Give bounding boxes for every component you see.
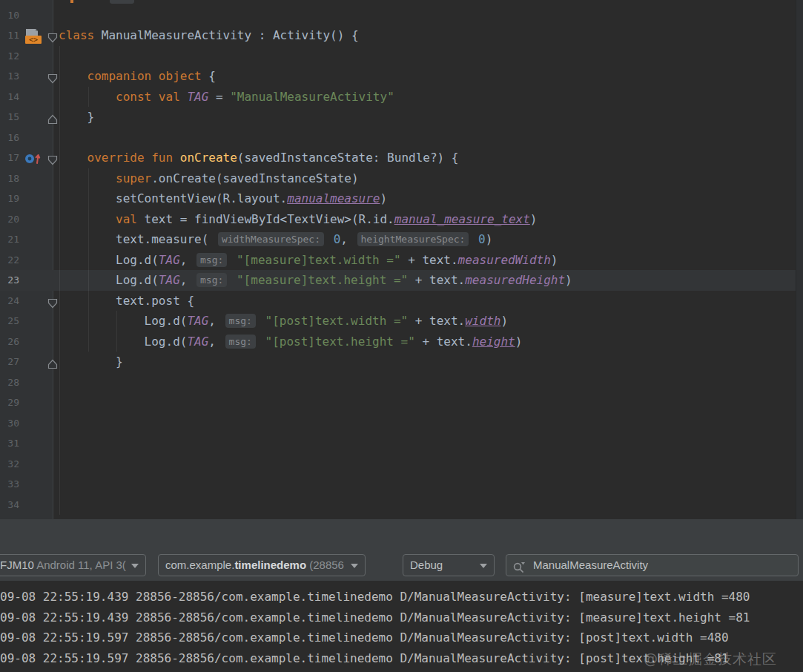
code-line[interactable]: 32 (0, 454, 803, 475)
fold-toggle-icon[interactable] (47, 152, 59, 164)
code-line[interactable]: 24 text.post { (0, 291, 803, 312)
line-number: 29 (0, 392, 19, 413)
code-text: setContentView(R.layout.manualmeasure) (59, 188, 387, 209)
code-line[interactable]: 29 (0, 392, 803, 413)
code-line[interactable]: 10 (0, 5, 803, 26)
code-text: super.onCreate(savedInstanceState) (59, 168, 359, 189)
device-detail: Android 11, API 3( (34, 559, 126, 571)
line-number: 19 (0, 188, 19, 209)
chevron-down-icon (480, 564, 487, 568)
code-line[interactable]: 25 Log.d(TAG, msg: "[post]text.width =" … (0, 311, 803, 332)
code-line[interactable]: 11<>class ManualMeasureActivity : Activi… (0, 25, 803, 46)
clipped-inlay-hint-fragment (110, 0, 134, 4)
line-number: 30 (0, 413, 19, 434)
line-number: 31 (0, 433, 19, 454)
code-text: } (59, 107, 94, 128)
fold-toggle-icon[interactable] (47, 295, 59, 307)
code-line[interactable]: 18 super.onCreate(savedInstanceState) (0, 168, 803, 189)
code-line[interactable]: 31 (0, 433, 803, 454)
process-selector-dropdown[interactable]: com.example.timelinedemo (28856 (158, 554, 366, 576)
code-text: Log.d(TAG, msg: "[post]text.width =" + t… (59, 311, 508, 332)
line-number: 34 (0, 495, 19, 515)
line-number: 28 (0, 372, 19, 393)
line-number: 26 (0, 332, 19, 352)
code-line[interactable]: 26 Log.d(TAG, msg: "[post]text.height ="… (0, 332, 803, 352)
code-line[interactable]: 22 Log.d(TAG, msg: "[measure]text.width … (0, 250, 803, 271)
line-number: 21 (0, 229, 19, 250)
code-text: class ManualMeasureActivity : Activity()… (59, 25, 359, 46)
log-level-value: Debug (410, 559, 443, 571)
code-text: text.post { (59, 291, 194, 312)
logcat-line: 09-08 22:55:19.439 28856-28856/com.examp… (0, 607, 803, 628)
code-line[interactable]: 16 (0, 128, 803, 148)
line-number: 25 (0, 311, 19, 332)
fold-toggle-icon[interactable] (47, 70, 59, 82)
code-text: override fun onCreate(savedInstanceState… (59, 148, 458, 168)
line-number: 33 (0, 474, 19, 495)
code-line[interactable]: 30 (0, 413, 803, 434)
code-text: text.measure( widthMeasureSpec: 0, heigh… (59, 229, 492, 250)
code-line[interactable]: 17 override fun onCreate(savedInstanceSt… (0, 148, 803, 168)
code-line[interactable]: 34 (0, 495, 803, 515)
fold-toggle-icon[interactable] (47, 30, 59, 42)
package-prefix: com.example. (165, 559, 234, 571)
line-number: 15 (0, 107, 19, 128)
svg-text:<>: <> (29, 36, 38, 44)
android-activity-icon[interactable]: <> (24, 28, 43, 43)
editor-scrollbar[interactable] (796, 0, 803, 519)
code-line[interactable]: 12 (0, 46, 803, 67)
code-editor[interactable]: 1011<>class ManualMeasureActivity : Acti… (0, 0, 803, 519)
logcat-search-input[interactable]: ManualMeasureActivity (506, 554, 799, 576)
clipped-line-fragment (70, 0, 73, 3)
package-app: timelinedemo (234, 559, 306, 571)
logcat-line: 09-08 22:55:19.597 28856-28856/com.examp… (0, 627, 803, 648)
device-selector-dropdown[interactable]: FJM10 Android 11, API 3( (0, 554, 146, 576)
override-method-icon[interactable] (24, 151, 43, 165)
code-line[interactable]: 28 (0, 372, 803, 393)
code-text: const val TAG = "ManualMeasureActivity" (59, 87, 394, 108)
code-text: } (59, 352, 123, 372)
code-line[interactable]: 27 } (0, 352, 803, 372)
line-number: 22 (0, 250, 19, 271)
search-icon (512, 559, 526, 576)
code-text: val text = findViewById<TextView>(R.id.m… (59, 209, 537, 230)
fold-toggle-icon[interactable] (47, 356, 59, 368)
line-number: 17 (0, 148, 19, 168)
line-number: 14 (0, 87, 19, 108)
line-number: 32 (0, 454, 19, 475)
code-text: Log.d(TAG, msg: "[post]text.height =" + … (59, 332, 522, 352)
code-line[interactable]: 13 companion object { (0, 66, 803, 87)
line-number: 24 (0, 291, 19, 312)
process-pid: (28856 (306, 559, 344, 571)
line-number: 20 (0, 209, 19, 230)
line-number: 10 (0, 5, 19, 26)
chevron-down-icon (351, 564, 358, 568)
device-name: FJM10 (0, 559, 34, 571)
fold-toggle-icon[interactable] (47, 111, 59, 123)
line-number: 27 (0, 352, 19, 372)
line-number: 16 (0, 128, 19, 148)
code-text: Log.d(TAG, msg: "[measure]text.height ="… (59, 270, 572, 291)
line-number: 11 (0, 25, 19, 46)
code-line[interactable]: 20 val text = findViewById<TextView>(R.i… (0, 209, 803, 230)
search-value: ManualMeasureActivity (533, 555, 648, 576)
code-line[interactable]: 33 (0, 474, 803, 495)
watermark-text: @稀土掘金技术社区 (644, 650, 777, 669)
code-text: companion object { (59, 66, 216, 87)
line-number: 12 (0, 46, 19, 67)
code-line[interactable]: 14 const val TAG = "ManualMeasureActivit… (0, 87, 803, 108)
code-line[interactable]: 19 setContentView(R.layout.manualmeasure… (0, 188, 803, 209)
code-line[interactable]: 15 } (0, 107, 803, 128)
code-text: Log.d(TAG, msg: "[measure]text.width =" … (59, 250, 558, 271)
line-number: 23 (0, 270, 19, 291)
logcat-toolbar: FJM10 Android 11, API 3( com.example.tim… (0, 519, 803, 581)
android-studio-window: 1011<>class ManualMeasureActivity : Acti… (0, 0, 803, 672)
line-number: 18 (0, 168, 19, 189)
code-line[interactable]: 21 text.measure( widthMeasureSpec: 0, he… (0, 229, 803, 250)
logcat-line: 09-08 22:55:19.439 28856-28856/com.examp… (0, 587, 803, 607)
chevron-down-icon (131, 564, 139, 568)
log-level-dropdown[interactable]: Debug (403, 554, 495, 576)
line-number: 13 (0, 66, 19, 87)
code-line[interactable]: 23 Log.d(TAG, msg: "[measure]text.height… (0, 270, 803, 291)
